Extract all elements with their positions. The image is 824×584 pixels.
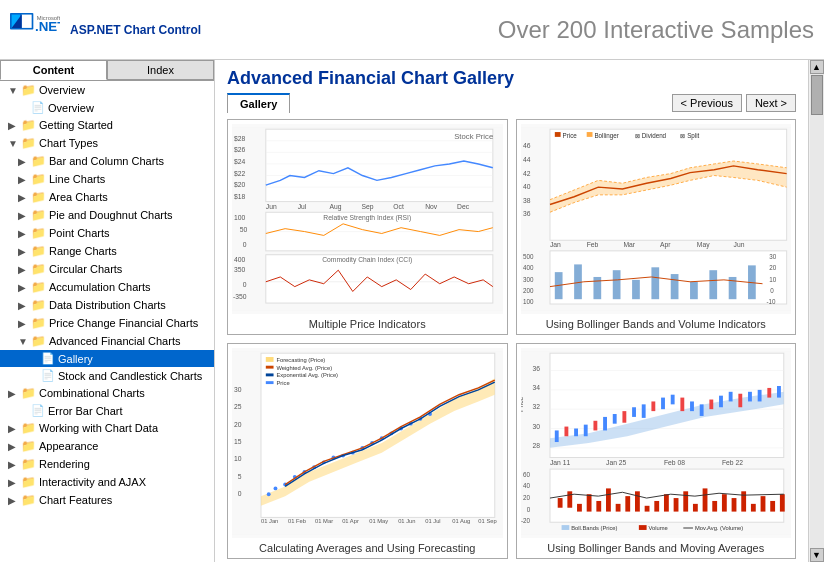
- page-title: Advanced Financial Chart Gallery: [227, 68, 796, 89]
- svg-text:Stock Price: Stock Price: [454, 132, 493, 141]
- expander-icon: ▶: [18, 300, 28, 311]
- folder-icon: 📁: [31, 280, 46, 294]
- svg-text:38: 38: [522, 197, 530, 204]
- nav-buttons: < Previous Next >: [672, 94, 796, 112]
- chart-card-3: Forecasting (Price) Weighted Avg. (Price…: [227, 343, 508, 559]
- svg-rect-44: [586, 132, 592, 137]
- svg-rect-150: [632, 407, 636, 417]
- tree-chart-features[interactable]: ▶ 📁 Chart Features: [0, 491, 214, 509]
- scroll-up-button[interactable]: ▲: [810, 60, 824, 74]
- svg-rect-89: [266, 373, 274, 376]
- app-title-label: ASP.NET Chart Control: [70, 23, 201, 37]
- svg-text:Nov: Nov: [425, 203, 438, 210]
- svg-text:Weighted Avg. (Price): Weighted Avg. (Price): [276, 365, 332, 371]
- svg-text:01 Sep: 01 Sep: [478, 518, 496, 524]
- svg-text:350: 350: [234, 266, 246, 273]
- tree-range-charts[interactable]: ▶ 📁 Range Charts: [0, 242, 214, 260]
- tree-line-charts[interactable]: ▶ 📁 Line Charts: [0, 170, 214, 188]
- svg-text:Oct: Oct: [393, 203, 404, 210]
- expander-icon: ▶: [18, 282, 28, 293]
- svg-rect-91: [266, 381, 274, 384]
- gallery-tab[interactable]: Gallery: [227, 93, 290, 113]
- tree-error-bar[interactable]: 📄 Error Bar Chart: [0, 402, 214, 419]
- svg-text:400: 400: [234, 256, 246, 263]
- svg-rect-176: [557, 498, 562, 508]
- tree-circular-charts[interactable]: ▶ 📁 Circular Charts: [0, 260, 214, 278]
- svg-rect-158: [709, 400, 713, 410]
- tree-label: Gallery: [58, 353, 93, 365]
- svg-text:Sep: Sep: [361, 203, 373, 211]
- tree-label: Point Charts: [49, 227, 110, 239]
- svg-rect-146: [593, 421, 597, 431]
- svg-text:Jan: Jan: [549, 241, 560, 248]
- svg-text:$20: $20: [234, 181, 246, 188]
- svg-text:15: 15: [234, 438, 242, 445]
- tree-gallery[interactable]: 📄 Gallery: [0, 350, 214, 367]
- svg-text:Price: Price: [562, 132, 577, 139]
- svg-rect-162: [748, 392, 752, 402]
- svg-rect-2: [22, 14, 32, 27]
- tree-working-data[interactable]: ▶ 📁 Working with Chart Data: [0, 419, 214, 437]
- svg-rect-181: [606, 488, 611, 511]
- svg-text:0: 0: [243, 281, 247, 288]
- prev-button[interactable]: < Previous: [672, 94, 742, 112]
- svg-rect-78: [670, 274, 678, 299]
- folder-icon: 📁: [21, 439, 36, 453]
- svg-rect-79: [690, 282, 698, 299]
- expander-icon: ▶: [8, 495, 18, 506]
- tree-label: Chart Features: [39, 494, 112, 506]
- svg-text:01 Feb: 01 Feb: [288, 518, 306, 524]
- svg-text:Volume: Volume: [648, 525, 667, 531]
- svg-rect-87: [266, 366, 274, 369]
- chart-title-4: Using Bollinger Bands and Moving Average…: [521, 538, 792, 554]
- scroll-thumb[interactable]: [811, 75, 823, 115]
- page-icon: 📄: [41, 369, 55, 382]
- folder-icon: 📁: [31, 316, 46, 330]
- tab-index[interactable]: Index: [107, 60, 214, 80]
- chart-area-2: Price Bollinger ⊠ Dividend ⊠ Split 46 44…: [521, 124, 792, 314]
- tree-rendering[interactable]: ▶ 📁 Rendering: [0, 455, 214, 473]
- next-button[interactable]: Next >: [746, 94, 796, 112]
- tree-label: Price Change Financial Charts: [49, 317, 198, 329]
- folder-icon: 📁: [31, 226, 46, 240]
- content-header: Advanced Financial Chart Gallery: [215, 60, 808, 93]
- tree-price-change[interactable]: ▶ 📁 Price Change Financial Charts: [0, 314, 214, 332]
- scroll-down-button[interactable]: ▼: [810, 548, 824, 562]
- svg-rect-161: [738, 394, 742, 408]
- tree-overview-child[interactable]: 📄 Overview: [0, 99, 214, 116]
- tree-advanced-financial[interactable]: ▼ 📁 Advanced Financial Charts: [0, 332, 214, 350]
- scroll-track[interactable]: [810, 74, 824, 548]
- svg-rect-195: [741, 491, 746, 511]
- chart-title-3: Calculating Averages and Using Forecasti…: [232, 538, 503, 554]
- tree-combinational[interactable]: ▶ 📁 Combinational Charts: [0, 384, 214, 402]
- tree-interactivity[interactable]: ▶ 📁 Interactivity and AJAX: [0, 473, 214, 491]
- svg-text:.NET: .NET: [35, 19, 60, 34]
- chart-title-2: Using Bollinger Bands and Volume Indicat…: [521, 314, 792, 330]
- tree-appearance[interactable]: ▶ 📁 Appearance: [0, 437, 214, 455]
- tree-accumulation-charts[interactable]: ▶ 📁 Accumulation Charts: [0, 278, 214, 296]
- tree-label: Combinational Charts: [39, 387, 145, 399]
- svg-text:Aug: Aug: [330, 203, 342, 211]
- tree-data-distribution[interactable]: ▶ 📁 Data Distribution Charts: [0, 296, 214, 314]
- tree-area-charts[interactable]: ▶ 📁 Area Charts: [0, 188, 214, 206]
- tree-bar-column[interactable]: ▶ 📁 Bar and Column Charts: [0, 152, 214, 170]
- svg-rect-202: [638, 525, 646, 530]
- tree-getting-started[interactable]: ▶ 📁 Getting Started: [0, 116, 214, 134]
- tree-point-charts[interactable]: ▶ 📁 Point Charts: [0, 224, 214, 242]
- svg-text:0: 0: [238, 490, 242, 497]
- tab-content[interactable]: Content: [0, 60, 107, 80]
- svg-text:$18: $18: [234, 193, 246, 200]
- svg-text:Jun: Jun: [733, 241, 744, 248]
- tree-pie-doughnut[interactable]: ▶ 📁 Pie and Doughnut Charts: [0, 206, 214, 224]
- tree-chart-types[interactable]: ▼ 📁 Chart Types: [0, 134, 214, 152]
- svg-text:01 Mar: 01 Mar: [315, 518, 333, 524]
- svg-point-102: [274, 486, 278, 490]
- svg-text:400: 400: [522, 264, 533, 271]
- tree-stock-candlestick[interactable]: 📄 Stock and Candlestick Charts: [0, 367, 214, 384]
- svg-rect-200: [561, 525, 569, 530]
- svg-rect-152: [651, 401, 655, 411]
- expander-icon: ▶: [8, 441, 18, 452]
- tree-overview[interactable]: ▼ 📁 Overview: [0, 81, 214, 99]
- svg-text:40: 40: [522, 482, 529, 489]
- chart-area-1: Stock Price $28 $26 $24 $22 $20 $18: [232, 124, 503, 314]
